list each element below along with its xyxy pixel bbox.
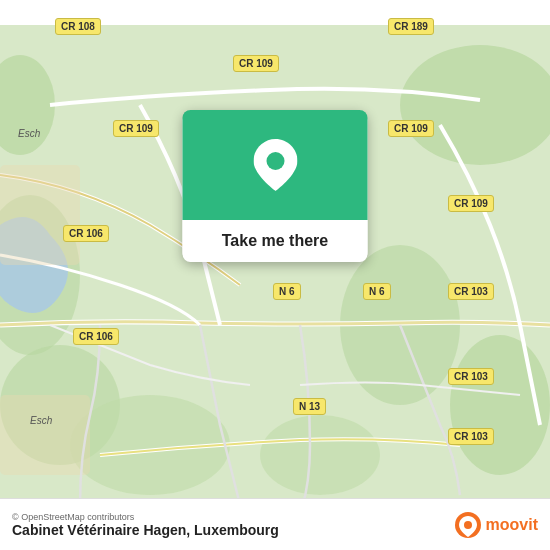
popup-green-area	[183, 110, 368, 220]
town-label-esch1: Esch	[18, 128, 40, 139]
road-label-cr106a: CR 106	[63, 225, 109, 242]
attribution-text: © OpenStreetMap contributors	[12, 512, 279, 522]
road-label-n6a: N 6	[273, 283, 301, 300]
take-me-there-button[interactable]: Take me there	[183, 220, 368, 262]
road-label-cr109b: CR 109	[113, 120, 159, 137]
map-container: CR 108 CR 189 CR 109 CR 109 CR 109 CR 10…	[0, 0, 550, 550]
svg-point-8	[260, 415, 380, 495]
bottom-info: © OpenStreetMap contributors Cabinet Vét…	[12, 512, 279, 538]
road-label-cr103b: CR 103	[448, 368, 494, 385]
location-name: Cabinet Vétérinaire Hagen, Luxembourg	[12, 522, 279, 538]
popup-card: Take me there	[183, 110, 368, 262]
road-label-cr189: CR 189	[388, 18, 434, 35]
road-label-cr103a: CR 103	[448, 283, 494, 300]
town-label-esch2: Esch	[30, 415, 52, 426]
moovit-icon	[454, 511, 482, 539]
road-label-cr106b: CR 106	[73, 328, 119, 345]
svg-point-13	[464, 521, 472, 529]
road-label-n13: N 13	[293, 398, 326, 415]
road-label-cr109c: CR 109	[388, 120, 434, 137]
moovit-text: moovit	[486, 516, 538, 534]
road-label-cr108: CR 108	[55, 18, 101, 35]
map-background	[0, 0, 550, 550]
road-label-cr109d: CR 109	[448, 195, 494, 212]
road-label-cr109a: CR 109	[233, 55, 279, 72]
location-pin-icon	[253, 139, 297, 191]
bottom-bar: © OpenStreetMap contributors Cabinet Vét…	[0, 498, 550, 550]
road-label-cr103c: CR 103	[448, 428, 494, 445]
svg-rect-9	[0, 165, 80, 265]
svg-point-11	[266, 152, 284, 170]
moovit-logo: moovit	[454, 511, 538, 539]
road-label-n6b: N 6	[363, 283, 391, 300]
svg-rect-10	[0, 395, 90, 475]
